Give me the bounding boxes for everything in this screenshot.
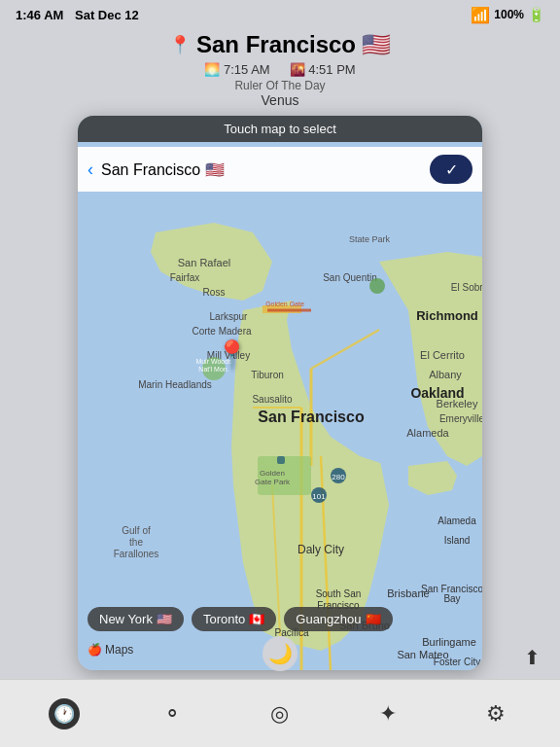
svg-text:Sausalito: Sausalito [252,394,293,405]
svg-text:280: 280 [332,473,345,481]
moon-button[interactable]: 🌙 [262,636,298,671]
back-button[interactable]: ‹ [88,160,93,180]
svg-text:Farallones: Farallones [114,549,159,559]
city-name: San Francisco [196,31,356,58]
share-button[interactable]: ⬆ [524,646,541,669]
maps-label: Maps [105,643,133,657]
toolbar-search[interactable]: ◎ [264,698,296,729]
city-chip-newyork[interactable]: New York 🇺🇸 [88,607,184,631]
svg-text:San Mateo: San Mateo [397,649,448,660]
svg-text:Richmond: Richmond [416,308,478,323]
svg-text:El Cerrito: El Cerrito [420,349,465,361]
confirm-button[interactable]: ✓ [430,155,472,184]
svg-text:Island: Island [444,535,471,546]
svg-text:Daly City: Daly City [298,543,344,556]
moon-icon: 🌙 [268,642,293,665]
svg-text:Berkeley: Berkeley [437,398,478,409]
svg-text:Burlingame: Burlingame [422,636,476,648]
svg-text:Alameda: Alameda [406,427,449,439]
header-city: 📍 San Francisco 🇺🇸 [0,31,560,58]
maps-attribution: 🍎 Maps [88,643,133,657]
toolbar-weather[interactable]: ⚬ [157,698,188,729]
header-times: 🌅 7:15 AM 🌇 4:51 PM [0,62,560,77]
svg-text:Golden Gate: Golden Gate [265,301,304,307]
svg-text:Marin Headlands: Marin Headlands [138,379,212,390]
check-icon: ✓ [445,160,458,179]
status-right-icons: 📶 100% 🔋 [471,6,544,24]
clock-icon: 🕐 [49,698,80,729]
weather-icon: ⚬ [157,698,188,729]
svg-text:State Park: State Park [349,234,391,244]
svg-text:Fairfax: Fairfax [170,272,200,283]
share-icon: ⬆ [524,647,541,668]
toronto-label: Toronto [203,612,245,626]
svg-text:South San: South San [316,588,362,599]
toolbar-settings[interactable]: ⚙ [480,698,511,729]
map-search-bar[interactable]: ‹ San Francisco 🇺🇸 ✓ [78,147,482,192]
svg-text:El Sobrante: El Sobrante [451,282,482,293]
svg-text:Gulf of: Gulf of [122,525,151,536]
bottom-toolbar: 🕐 ⚬ ◎ ✦ ⚙ [0,679,560,747]
svg-text:Larkspur: Larkspur [210,311,249,322]
svg-text:the: the [129,537,143,548]
world-icon: ✦ [372,698,403,729]
svg-text:101: 101 [312,492,326,501]
date-display: Sat Dec 12 [75,8,139,22]
sunrise-time: 🌅 7:15 AM [204,62,269,77]
svg-text:Corte Madera: Corte Madera [192,326,252,337]
battery-icon: 🔋 [528,7,544,22]
svg-text:San Rafael: San Rafael [178,257,230,268]
svg-text:Albany: Albany [429,369,462,380]
svg-text:Ross: Ross [203,287,226,298]
city-chip-guangzhou[interactable]: Guangzhou 🇨🇳 [284,607,392,631]
svg-point-61 [369,278,385,294]
toolbar-clock[interactable]: 🕐 [49,698,80,729]
guangzhou-label: Guangzhou [296,612,361,626]
svg-text:San Francisco: San Francisco [258,409,365,425]
svg-text:Alameda: Alameda [438,516,476,526]
ruler-label: Ruler Of The Day [0,79,560,92]
city-chip-toronto[interactable]: Toronto 🇨🇦 [192,607,276,631]
toronto-flag: 🇨🇦 [249,612,264,626]
svg-text:Emeryville: Emeryville [439,413,482,424]
svg-text:San Quentin: San Quentin [323,272,377,283]
search-city-text: San Francisco 🇺🇸 [101,160,422,179]
map-container[interactable]: 101 280 San Francisco Oakland Alameda Ri… [78,116,482,670]
toolbar-world[interactable]: ✦ [372,698,403,729]
search-icon: ◎ [264,698,296,729]
battery-level: 100% [494,8,524,21]
status-time: 1:46 AM Sat Dec 12 [16,8,139,22]
newyork-flag: 🇺🇸 [157,612,172,626]
svg-text:Tiburon: Tiburon [251,370,284,380]
newyork-label: New York [99,612,153,626]
map-location-pin: 📍 [215,338,249,371]
wifi-icon: 📶 [471,6,490,24]
settings-icon: ⚙ [480,698,511,729]
svg-rect-62 [277,456,285,464]
time-display: 1:46 AM [16,8,63,22]
touch-banner-text: Touch map to select [224,122,336,136]
svg-text:Bay: Bay [443,593,460,604]
touch-map-banner: Touch map to select [78,116,482,142]
header: 📍 San Francisco 🇺🇸 🌅 7:15 AM 🌇 4:51 PM R… [0,27,560,116]
apple-icon: 🍎 [88,643,102,657]
country-flag: 🇺🇸 [362,31,391,58]
city-chips-container: New York 🇺🇸 Toronto 🇨🇦 Guangzhou 🇨🇳 [88,607,393,631]
svg-text:Golden: Golden [260,469,285,478]
sunset-time: 🌇 4:51 PM [290,62,356,77]
map-svg: 101 280 San Francisco Oakland Alameda Ri… [78,116,482,670]
status-bar: 1:46 AM Sat Dec 12 📶 100% 🔋 [0,0,560,27]
svg-text:Gate Park: Gate Park [255,478,291,486]
location-pin-icon: 📍 [169,34,191,55]
guangzhou-flag: 🇨🇳 [366,612,381,626]
ruler-name: Venus [0,92,560,108]
